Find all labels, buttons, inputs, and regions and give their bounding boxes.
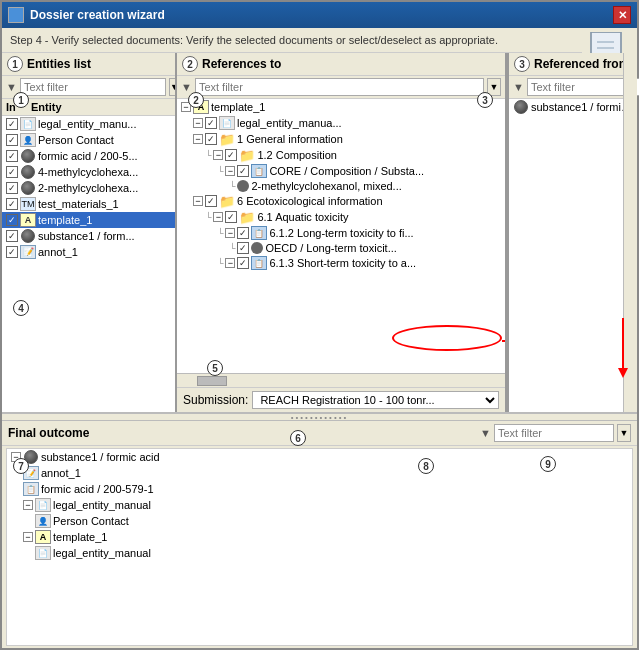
bottom-row-substance[interactable]: − substance1 / formic acid [7, 449, 632, 465]
bottom-row-person[interactable]: 👤 Person Contact [7, 513, 632, 529]
expand-legal[interactable]: − [193, 118, 203, 128]
bottom-row-template[interactable]: − A template_1 [7, 529, 632, 545]
filter-icon-3: ▼ [513, 81, 524, 93]
final-outcome-title: Final outcome [8, 426, 89, 440]
entity-row-4methyl[interactable]: 4-methylcyclohexa... [2, 164, 175, 180]
cb-2methyl[interactable] [6, 182, 18, 194]
cb-person[interactable] [6, 134, 18, 146]
badge-overlay-4: 4 [13, 300, 29, 316]
referenced-panel: 3 Referenced from ▼ substance1 / formic.… [507, 53, 637, 412]
ref-row-longterm[interactable]: └ − 📋 6.1.2 Long-term toxicity to fi... [177, 225, 505, 241]
cb-annot[interactable] [6, 246, 18, 258]
cb-ref-aquatic[interactable] [225, 211, 237, 223]
expand-longterm[interactable]: − [225, 228, 235, 238]
cb-ref-legal[interactable] [205, 117, 217, 129]
entity-label-legal: legal_entity_manu... [38, 118, 136, 130]
submission-label: Submission: [183, 393, 248, 407]
cb-legal[interactable] [6, 118, 18, 130]
svg-marker-9 [618, 368, 628, 378]
ref-row-aquatic[interactable]: └ − 📁 6.1 Aquatic toxicity [177, 209, 505, 225]
cb-template[interactable] [6, 214, 18, 226]
expand-general[interactable]: − [193, 134, 203, 144]
badge-2: 2 [182, 56, 198, 72]
filter-icon-2: ▼ [181, 81, 192, 93]
filter-icon-bottom: ▼ [480, 427, 491, 439]
bottom-row-legal[interactable]: − 📄 legal_entity_manual [7, 497, 632, 513]
ref-row-2methyl[interactable]: └ 2-methylcyclohexanol, mixed... [177, 179, 505, 193]
submission-select[interactable]: REACH Registration 10 - 100 tonr... [252, 391, 499, 409]
cb-substance1[interactable] [6, 230, 18, 242]
entities-filter-input[interactable] [20, 78, 166, 96]
expand-eco[interactable]: − [193, 196, 203, 206]
final-filter-dropdown[interactable]: ▼ [617, 424, 631, 442]
step-description: Step 4 - Verify selected documents: Veri… [2, 28, 582, 53]
referenced-filter-bar: ▼ [509, 76, 637, 99]
ref-from-label-substance: substance1 / formic... [531, 101, 635, 113]
entity-row-test[interactable]: TM test_materials_1 [2, 196, 175, 212]
ref-label-shortterm: 6.1.3 Short-term toxicity to a... [269, 257, 416, 269]
expand-core[interactable]: − [225, 166, 235, 176]
bottom-row-formic[interactable]: 📋 formic acid / 200-579-1 [7, 481, 632, 497]
bottom-label-legal: legal_entity_manual [53, 499, 151, 511]
final-filter-input[interactable] [494, 424, 614, 442]
bottom-row-legal2[interactable]: 📄 legal_entity_manual [7, 545, 632, 561]
icon-ref-longterm: 📋 [251, 226, 267, 240]
ref-label-general: 1 General information [237, 133, 343, 145]
referenced-title: Referenced from [534, 57, 629, 71]
entities-header: 1 Entities list [2, 53, 175, 76]
icon-ref-circle [237, 180, 249, 192]
entity-row-2methyl[interactable]: 2-methylcyclohexa... [2, 180, 175, 196]
ref-from-row-substance[interactable]: substance1 / formic... [509, 99, 637, 115]
ref-row-core[interactable]: └ − 📋 CORE / Composition / Substa... [177, 163, 505, 179]
ref-row-eco[interactable]: − 📁 6 Ecotoxicological information [177, 193, 505, 209]
ref-row-legal[interactable]: − 📄 legal_entity_manua... [177, 115, 505, 131]
entity-row-template[interactable]: A template_1 [2, 212, 175, 228]
entity-row-legal[interactable]: 📄 legal_entity_manu... [2, 116, 175, 132]
cb-ref-longterm[interactable] [237, 227, 249, 239]
entity-label-substance1: substance1 / form... [38, 230, 135, 242]
entity-row-formic[interactable]: formic acid / 200-5... [2, 148, 175, 164]
references-filter-input[interactable] [195, 78, 484, 96]
bottom-label-formic: formic acid / 200-579-1 [41, 483, 154, 495]
entity-row-substance1[interactable]: substance1 / form... [2, 228, 175, 244]
expand-bottom-legal[interactable]: − [23, 500, 33, 510]
ref-row-shortterm[interactable]: └ − 📋 6.1.3 Short-term toxicity to a... [177, 255, 505, 271]
bottom-row-annot[interactable]: 📝 annot_1 [7, 465, 632, 481]
cb-ref-eco[interactable] [205, 195, 217, 207]
close-button[interactable]: ✕ [613, 6, 631, 24]
expand-shortterm[interactable]: − [225, 258, 235, 268]
ref-row-template1[interactable]: − A template_1 [177, 99, 505, 115]
entities-filter-dropdown[interactable]: ▼ [169, 78, 177, 96]
cb-ref-oecd[interactable] [237, 242, 249, 254]
entity-label-annot: annot_1 [38, 246, 78, 258]
cb-ref-general[interactable] [205, 133, 217, 145]
entities-panel: 1 Entities list ▼ ▼ In Entity 📄 legal_en… [2, 53, 177, 412]
ref-row-composition[interactable]: └ − 📁 1.2 Composition [177, 147, 505, 163]
icon-bottom-legal: 📄 [35, 498, 51, 512]
cb-formic[interactable] [6, 150, 18, 162]
cb-4methyl[interactable] [6, 166, 18, 178]
entities-tree: 📄 legal_entity_manu... 👤 Person Contact … [2, 116, 175, 412]
icon-legal: 📄 [20, 117, 36, 131]
resize-handle[interactable]: •••••••••••• [2, 413, 637, 421]
cb-ref-core[interactable] [237, 165, 249, 177]
references-hscroll[interactable] [177, 373, 505, 387]
icon-ref-core: 📋 [251, 164, 267, 178]
cb-ref-composition[interactable] [225, 149, 237, 161]
expand-aquatic[interactable]: − [213, 212, 223, 222]
badge-overlay-3: 3 [477, 92, 493, 108]
cb-ref-shortterm[interactable] [237, 257, 249, 269]
references-filter-bar: ▼ ▼ [177, 76, 505, 99]
entity-row-annot[interactable]: 📝 annot_1 [2, 244, 175, 260]
arrow-annotation [497, 331, 507, 351]
icon-person: 👤 [20, 133, 36, 147]
cb-test[interactable] [6, 198, 18, 210]
ref-row-general[interactable]: − 📁 1 General information [177, 131, 505, 147]
badge-overlay-9: 9 [540, 456, 556, 472]
expand-composition[interactable]: − [213, 150, 223, 160]
badge-overlay-7: 7 [13, 458, 29, 474]
entity-row-person[interactable]: 👤 Person Contact [2, 132, 175, 148]
expand-bottom-template[interactable]: − [23, 532, 33, 542]
ref-row-oecd[interactable]: └ OECD / Long-term toxicit... [177, 241, 505, 255]
col-entity-header: Entity [31, 101, 62, 113]
